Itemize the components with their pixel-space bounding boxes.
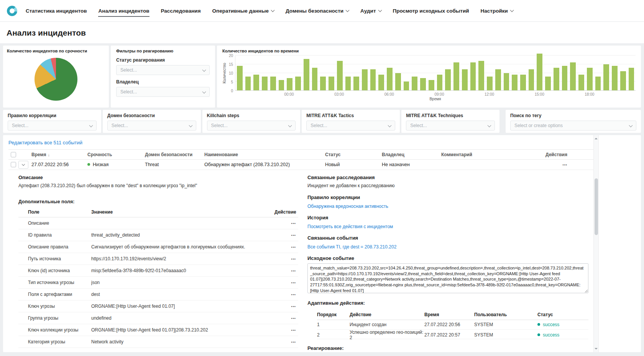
field-actions-button[interactable] bbox=[291, 339, 296, 345]
fields-col-field: Поле bbox=[28, 209, 91, 215]
page-title: Анализ инцидентов bbox=[7, 28, 637, 38]
time-bar bbox=[537, 54, 542, 90]
nav-item[interactable]: Домены безопасности bbox=[286, 5, 349, 17]
collapse-row-button[interactable] bbox=[18, 161, 28, 169]
source-event-title: Исходное событие bbox=[307, 255, 588, 261]
field-actions-button[interactable] bbox=[291, 315, 296, 321]
field-actions-button[interactable] bbox=[291, 256, 296, 261]
field-value: Сигнализирует об обнаружении артефактов … bbox=[91, 244, 274, 250]
field-actions-button[interactable] bbox=[291, 268, 296, 273]
event-status: Новый bbox=[325, 162, 382, 167]
column-header-time[interactable]: Время bbox=[31, 152, 87, 157]
app-logo[interactable] bbox=[7, 6, 17, 16]
field-row: Ключ коллекции угрозы ORGNAME:[Http User… bbox=[18, 324, 298, 336]
filter-field: Статус реагирования Select... bbox=[116, 57, 210, 75]
field-actions-button[interactable] bbox=[291, 304, 296, 309]
time-bar bbox=[345, 77, 351, 90]
scrollbar-thumb[interactable] bbox=[595, 178, 598, 235]
nav-item[interactable]: Оперативные данные bbox=[212, 5, 274, 17]
time-bar bbox=[270, 77, 276, 90]
nav-item-label: Оперативные данные bbox=[212, 8, 269, 14]
field-row: Ключ угрозы ORGNAME:[Http User-Agent fee… bbox=[18, 300, 298, 312]
filter-select[interactable]: Select... bbox=[8, 121, 97, 131]
nav-item[interactable]: Аудит bbox=[360, 5, 381, 17]
time-bar bbox=[595, 77, 601, 90]
history-title: История bbox=[307, 215, 588, 220]
filter-select[interactable]: Select... bbox=[107, 121, 196, 131]
event-name: Обнаружен артефакт (208.73.210.202) bbox=[204, 162, 325, 167]
source-event-textarea[interactable]: threat_match_value=208.73.210.202,src=10… bbox=[307, 263, 588, 293]
urgency-pie-chart[interactable] bbox=[34, 58, 77, 101]
field-name: Ключ угрозы bbox=[28, 304, 91, 309]
column-header-comment[interactable]: Комментарий bbox=[441, 152, 539, 157]
field-actions-button[interactable] bbox=[291, 220, 296, 226]
chevron-down-icon bbox=[487, 123, 491, 127]
event-row[interactable]: 27.07.2022 20:56 Низкая Threat Обнаружен… bbox=[8, 160, 593, 170]
adaptive-actions-body: 1 Инцидент создан 27.07.2022 20:56 SYSTE… bbox=[317, 320, 588, 339]
correlation-rule-link[interactable]: Обнаружена вредоносная активность bbox=[307, 204, 388, 209]
time-bar bbox=[420, 78, 426, 90]
time-yaxis: 05101520 bbox=[227, 56, 235, 91]
filter-select[interactable]: Select... bbox=[306, 121, 395, 131]
time-bar bbox=[312, 68, 318, 90]
time-bar bbox=[378, 75, 384, 90]
row-checkbox[interactable] bbox=[11, 162, 16, 167]
nav-item[interactable]: Анализ инцидентов bbox=[98, 5, 149, 17]
time-plot[interactable] bbox=[235, 56, 636, 91]
nav-item[interactable]: Просмотр исходных событий bbox=[393, 5, 469, 17]
column-header-name[interactable]: Наименование bbox=[204, 152, 325, 157]
filter-select[interactable]: Select... bbox=[116, 87, 210, 97]
field-actions-button[interactable] bbox=[291, 280, 296, 285]
field-row: Ключ (id) источника misp:5efdee5a-3f78-4… bbox=[18, 265, 298, 277]
event-domain: Threat bbox=[145, 162, 204, 167]
success-dot-icon bbox=[537, 323, 540, 326]
nav-item[interactable]: Расследования bbox=[161, 5, 201, 17]
select-placeholder: Select or create options bbox=[514, 123, 563, 128]
related-events-link[interactable]: Все события TI, где dest = 208.73.210.20… bbox=[307, 244, 396, 250]
vertical-scrollbar[interactable] bbox=[593, 135, 599, 352]
adaptive-actions-title: Адаптивные действия: bbox=[307, 300, 588, 306]
adaptive-action-row: 2 Успешно определено гео-позиций: 2 27.0… bbox=[317, 330, 588, 339]
time-bar bbox=[529, 69, 534, 90]
field-actions-button[interactable] bbox=[291, 244, 296, 250]
column-header-status[interactable]: Статус bbox=[325, 152, 382, 157]
time-bar bbox=[279, 80, 284, 90]
charts-row: Количество инцидентов по срочности Фильт… bbox=[3, 46, 641, 108]
row-actions-button[interactable] bbox=[563, 162, 567, 167]
filter-label: Статус реагирования bbox=[116, 57, 210, 63]
event-detail-left: Описание Артефакт (208.73.210.202) был о… bbox=[18, 175, 298, 351]
aa-user: SYSTEM bbox=[474, 322, 537, 327]
history-link[interactable]: Посмотреть все действия с инцидентом bbox=[307, 224, 393, 229]
time-bar bbox=[353, 77, 359, 90]
filter-card: MITRE ATT&K Techniques Select... bbox=[401, 110, 499, 133]
success-dot-icon bbox=[537, 333, 540, 336]
time-bar bbox=[620, 71, 626, 90]
event-owner: Не назначен bbox=[382, 162, 441, 167]
nav-item-label: Статистика инцидентов bbox=[26, 8, 87, 14]
column-header-domain[interactable]: Домен безопасности bbox=[145, 152, 204, 157]
filter-select[interactable]: Select... bbox=[406, 121, 495, 131]
field-value: Network activity bbox=[91, 339, 274, 345]
chevron-down-icon bbox=[388, 123, 392, 127]
nav-item[interactable]: Настройки bbox=[481, 5, 513, 17]
column-header-urgency[interactable]: Срочность bbox=[87, 152, 145, 157]
chevron-down-icon bbox=[202, 90, 206, 93]
field-value: dest bbox=[91, 292, 274, 297]
filter-select[interactable]: Select... bbox=[116, 65, 210, 75]
field-actions-button[interactable] bbox=[291, 327, 296, 333]
column-header-owner[interactable]: Владелец bbox=[382, 152, 441, 157]
filter-field: Владелец Select... bbox=[116, 79, 210, 97]
edit-all-events-link[interactable]: Редактировать все 511 событий bbox=[8, 140, 82, 145]
filter-select[interactable]: Select... bbox=[207, 121, 296, 131]
adaptive-actions-header: Порядок Действие Время Пользователь Стат… bbox=[317, 310, 588, 320]
response-section-title: Реагирование: bbox=[307, 345, 588, 351]
field-actions-button[interactable] bbox=[291, 292, 296, 297]
nav-item[interactable]: Статистика инцидентов bbox=[26, 5, 87, 17]
scroll-down-button[interactable] bbox=[594, 346, 598, 351]
scroll-up-button[interactable] bbox=[594, 136, 598, 141]
select-all-checkbox[interactable] bbox=[11, 152, 16, 157]
related-investigations-text: Инцидент не добавлен к расследованию bbox=[307, 183, 588, 189]
field-actions-button[interactable] bbox=[291, 232, 296, 238]
nav-item-label: Анализ инцидентов bbox=[98, 8, 149, 14]
filter-select[interactable]: Select or create options bbox=[510, 121, 636, 131]
